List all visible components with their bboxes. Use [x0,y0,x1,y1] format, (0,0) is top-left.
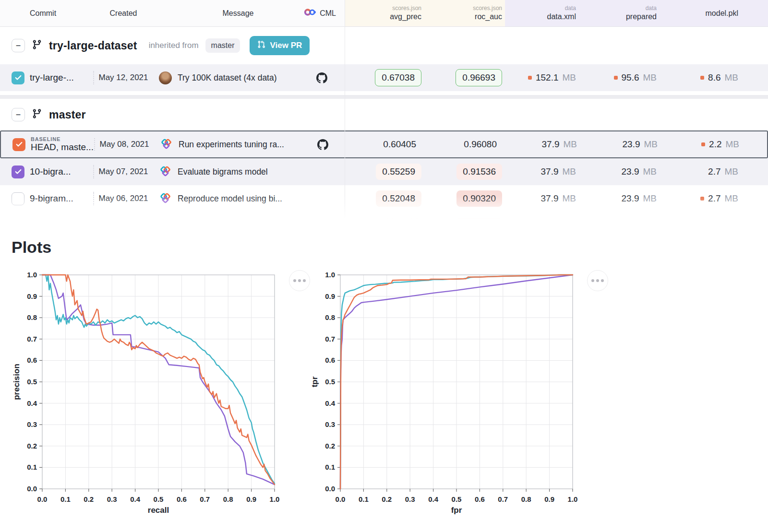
row-checkbox[interactable] [12,166,24,178]
svg-text:1.0: 1.0 [27,271,37,279]
commit-message: Try 100K dataset (4x data) [178,73,299,83]
size-value: 23.9 [623,139,640,150]
commit-name: try-large-... [30,72,87,83]
truncated-row[interactable] [0,212,768,225]
changed-marker-icon [528,76,532,80]
commit-message: Evaluate bigrams model [178,167,299,177]
metric-roc-auc: 0.90320 [456,190,502,207]
svg-text:1.0: 1.0 [270,495,280,503]
svg-text:0.7: 0.7 [27,335,37,343]
branch-header: − master [0,99,768,130]
size-value: 152.1 [536,72,559,83]
row-checkbox[interactable] [12,71,24,84]
svg-text:0.1: 0.1 [359,495,369,503]
commit-name: 10-bigra... [30,166,87,177]
svg-text:0.8: 0.8 [27,313,37,321]
dvc-icon [160,138,173,151]
size-value: 2.7 [708,193,720,204]
row-checkbox[interactable] [12,192,24,205]
col-header-avg-prec: scores.json avg_prec [345,5,424,22]
branch-section-try-large-dataset: − try-large-dataset inherited from maste… [0,27,768,95]
size-value: 2.7 [708,166,720,177]
table-header: Commit Created Message CML scores.json [0,0,768,27]
col-header-data-xml: data data.xml [505,5,583,22]
size-value: 95.6 [622,72,639,83]
col-header-roc-auc: scores.json roc_auc [424,5,505,22]
svg-text:0.6: 0.6 [27,356,37,364]
metric-avg-prec: 0.55259 [376,164,421,180]
dvc-icon [159,219,172,226]
metric-avg-prec: 0.67038 [375,69,421,86]
placeholder [375,218,421,225]
branch-name: try-large-dataset [49,39,137,52]
metric-roc-auc: 0.96080 [457,136,503,153]
commit-name: HEAD, maste... [31,142,88,153]
svg-text:0.3: 0.3 [405,495,415,503]
svg-text:precision: precision [12,364,21,400]
plot-options-button[interactable] [587,270,608,291]
placeholder [541,223,576,226]
baseline-badge: BASELINE [31,136,88,142]
author-avatar [159,71,172,84]
svg-text:1.0: 1.0 [325,271,335,279]
svg-text:0.8: 0.8 [521,495,531,503]
metric-avg-prec: 0.60405 [377,136,422,153]
experiment-row-9-bigrams[interactable]: 9-bigram... May 06, 2021 Reproduce model… [0,185,768,212]
size-value: 37.9 [542,139,560,150]
changed-marker-icon [700,197,704,201]
svg-text:0.6: 0.6 [177,495,187,503]
svg-text:0.9: 0.9 [544,495,554,503]
precision-recall-plot: 0.00.10.20.30.40.50.60.70.80.91.00.00.10… [12,267,280,519]
plot-options-button[interactable] [289,270,310,291]
git-branch-icon [32,39,42,52]
collapse-branch-button[interactable]: − [12,39,25,52]
col-header-model-pkl: model.pkl [663,9,768,18]
svg-text:0.5: 0.5 [154,495,164,503]
plots-section-title: Plots [0,225,768,257]
svg-text:0.9: 0.9 [27,292,37,300]
svg-text:0.0: 0.0 [27,485,37,493]
svg-text:0.0: 0.0 [325,485,335,493]
experiment-row-head[interactable]: BASELINE HEAD, maste... May 08, 2021 Run… [0,130,768,158]
svg-text:0.7: 0.7 [200,495,210,503]
svg-text:0.3: 0.3 [107,495,117,503]
pull-request-icon [257,40,265,51]
row-checkbox[interactable] [12,138,25,151]
svg-text:0.4: 0.4 [428,495,439,503]
svg-text:recall: recall [148,506,169,515]
commit-date: May 07, 2021 [98,167,148,177]
ellipsis-icon [591,279,594,282]
commit-message: Run experiments tuning ra... [179,140,300,150]
collapse-branch-button[interactable]: − [12,108,25,121]
col-header-prepared: data prepared [583,5,663,22]
placeholder [622,223,657,226]
placeholder [456,218,502,225]
svg-text:0.1: 0.1 [27,463,37,471]
svg-text:0.4: 0.4 [325,399,336,407]
size-value: 37.9 [541,193,559,204]
branch-name: master [49,108,86,121]
svg-text:0.1: 0.1 [60,495,71,503]
commit-date: May 08, 2021 [99,140,149,149]
inherited-branch-pill: master [205,38,240,53]
svg-text:0.3: 0.3 [27,420,37,428]
row-checkbox[interactable] [12,219,24,226]
col-header-commit: Commit [30,9,94,18]
experiment-row-try-large[interactable]: try-large-... May 12, 2021 Try 100K data… [0,64,768,91]
svg-text:0.7: 0.7 [325,335,335,343]
changed-marker-icon [701,142,705,146]
experiment-row-10-bigrams[interactable]: 10-bigra... May 07, 2021 Evaluate bigram… [0,158,768,185]
size-value: 37.9 [541,166,559,177]
commit-message: Reproduce model using bi... [178,194,299,204]
svg-text:0.0: 0.0 [37,495,48,503]
github-icon[interactable] [317,139,328,150]
svg-text:0.5: 0.5 [452,495,462,503]
svg-text:0.3: 0.3 [325,420,335,428]
branch-section-master: − master BASELINE HEAD, maste... May 08,… [0,99,768,225]
svg-text:0.0: 0.0 [336,495,346,503]
svg-text:0.7: 0.7 [498,495,508,503]
svg-text:0.5: 0.5 [325,378,335,386]
github-icon[interactable] [316,72,327,83]
col-header-message: Message [223,9,254,18]
view-pr-button[interactable]: View PR [250,36,310,55]
